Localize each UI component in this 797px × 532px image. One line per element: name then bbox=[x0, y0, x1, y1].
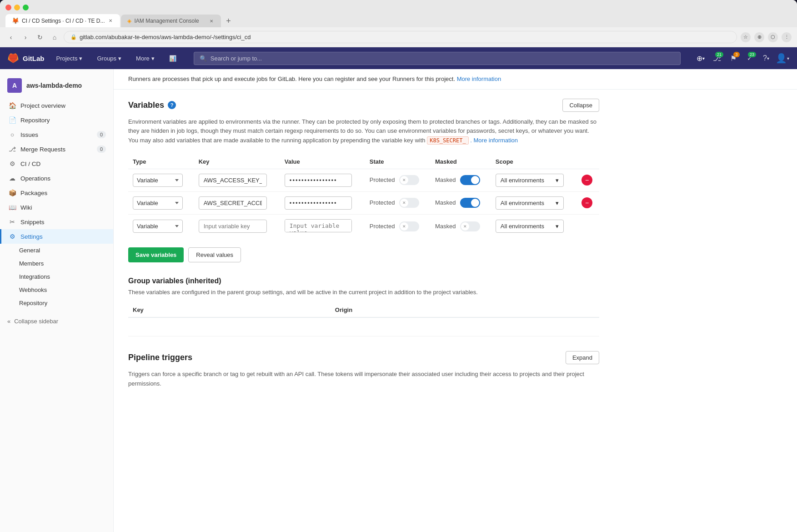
issues-btn[interactable]: ⚑ 3 bbox=[726, 51, 741, 65]
help-btn[interactable]: ? ▾ bbox=[759, 51, 773, 65]
snippets-icon: ✂ bbox=[9, 218, 16, 226]
browser-tabs: 🦊 CI / CD Settings · CI / CD · TE D... ✕… bbox=[5, 14, 792, 27]
sidebar-item-repository[interactable]: 📄 Repository bbox=[0, 113, 113, 127]
row1-delete-btn[interactable]: − bbox=[581, 175, 592, 186]
variables-description: Environment variables are applied to env… bbox=[128, 117, 599, 146]
group-vars-desc: These variables are configured in the pa… bbox=[128, 289, 599, 296]
extensions-icon[interactable]: ⬡ bbox=[768, 32, 778, 42]
refresh-btn[interactable]: ↻ bbox=[35, 32, 45, 43]
address-bar[interactable]: 🔒 gitlab.com/abubakar-te-demos/aws-lambd… bbox=[64, 31, 737, 43]
todos-btn[interactable]: ✓ 23 bbox=[742, 51, 757, 65]
row2-state-knob: ✕ ✓ bbox=[400, 199, 408, 207]
variables-desc-text: Environment variables are applied to env… bbox=[128, 118, 596, 144]
webhooks-label: Webhooks bbox=[19, 286, 47, 293]
browser-window: 🦊 CI / CD Settings · CI / CD · TE D... ✕… bbox=[0, 0, 797, 532]
sidebar-item-project-overview[interactable]: 🏠 Project overview bbox=[0, 98, 113, 113]
maximize-window-btn[interactable] bbox=[23, 5, 29, 10]
sidebar-sub-webhooks[interactable]: Webhooks bbox=[0, 283, 113, 296]
row2-type-select[interactable]: Variable bbox=[133, 196, 183, 210]
new-value-input[interactable] bbox=[285, 219, 352, 232]
sidebar-sub-members[interactable]: Members bbox=[0, 257, 113, 270]
sidebar-label-snippets: Snippets bbox=[20, 219, 45, 226]
row1-state-knob: ✕ ✓ bbox=[400, 176, 408, 184]
topnav-groups[interactable]: Groups ▾ bbox=[92, 53, 126, 64]
new-masked-toggle[interactable]: ✕ ✓ bbox=[460, 221, 480, 231]
topnav-more[interactable]: More ▾ bbox=[131, 53, 159, 64]
minimize-window-btn[interactable] bbox=[14, 5, 20, 10]
new-state-toggle[interactable]: ✕ ✓ bbox=[399, 221, 419, 231]
col-state: State bbox=[365, 155, 431, 169]
variables-more-info-link[interactable]: . More information bbox=[470, 137, 518, 144]
tab-iam-console[interactable]: ◈ IAM Management Console ✕ bbox=[121, 15, 221, 27]
sidebar-item-wiki[interactable]: 📖 Wiki bbox=[0, 200, 113, 215]
sidebar-sub-integrations[interactable]: Integrations bbox=[0, 270, 113, 283]
variables-help-icon[interactable]: ? bbox=[168, 101, 176, 109]
row2-masked-text: Masked bbox=[435, 199, 456, 206]
collapse-icon: « bbox=[7, 318, 10, 325]
topnav-activity-icon[interactable]: 📊 bbox=[165, 53, 181, 64]
tab-close-btn[interactable]: ✕ bbox=[107, 18, 114, 24]
row2-delete-cell: − bbox=[577, 191, 599, 214]
gitlab-logo[interactable]: GitLab bbox=[7, 52, 45, 64]
new-item-btn[interactable]: ⊕ ▾ bbox=[693, 51, 708, 65]
sidebar-item-packages[interactable]: 📦 Packages bbox=[0, 186, 113, 200]
tab-iam-close-btn[interactable]: ✕ bbox=[208, 18, 215, 24]
sidebar-sub-general[interactable]: General bbox=[0, 244, 113, 257]
variables-actions-row: Save variables Reveal values bbox=[128, 247, 599, 262]
sidebar-label-repository: Repository bbox=[20, 117, 50, 124]
row2-state-toggle[interactable]: ✕ ✓ bbox=[399, 198, 419, 208]
new-scope-dropdown[interactable]: All environments ▾ bbox=[496, 220, 564, 233]
bookmark-icon[interactable]: ☆ bbox=[741, 32, 751, 42]
row1-masked-toggle[interactable]: ✕ ✓ bbox=[460, 175, 480, 185]
sidebar-item-snippets[interactable]: ✂ Snippets bbox=[0, 215, 113, 229]
sidebar-label-wiki: Wiki bbox=[20, 204, 32, 211]
new-type-select[interactable]: Variable bbox=[133, 220, 183, 233]
row2-delete-btn[interactable]: − bbox=[581, 197, 592, 208]
back-btn[interactable]: ‹ bbox=[5, 32, 16, 43]
tab-favicon-aws: ◈ bbox=[127, 18, 131, 24]
col-actions bbox=[577, 155, 599, 169]
table-row: Variable Protected bbox=[128, 169, 599, 191]
home-btn[interactable]: ⌂ bbox=[49, 32, 60, 43]
row1-scope-dropdown[interactable]: All environments ▾ bbox=[496, 174, 564, 187]
close-window-btn[interactable] bbox=[5, 5, 11, 10]
new-key-input[interactable] bbox=[199, 220, 267, 233]
new-masked-x-icon: ✕ bbox=[463, 224, 467, 229]
more-actions-icon[interactable]: ⋮ bbox=[782, 32, 792, 42]
sidebar-item-issues[interactable]: ○ Issues 0 bbox=[0, 127, 113, 142]
row1-value-input[interactable] bbox=[285, 174, 352, 187]
row1-masked-cell: Masked ✕ ✓ bbox=[431, 169, 491, 191]
user-avatar-btn[interactable]: 👤 ▾ bbox=[775, 51, 790, 65]
repository-icon: 📄 bbox=[9, 116, 16, 124]
sidebar: A aws-lambda-demo 🏠 Project overview 📄 R… bbox=[0, 69, 114, 532]
save-variables-btn[interactable]: Save variables bbox=[128, 247, 184, 262]
topnav-search[interactable]: 🔍 Search or jump to... bbox=[194, 52, 681, 65]
sidebar-item-settings[interactable]: ⚙ Settings bbox=[0, 229, 113, 244]
sidebar-sub-repository[interactable]: Repository bbox=[0, 296, 113, 310]
sidebar-item-merge-requests[interactable]: ⎇ Merge Requests 0 bbox=[0, 142, 113, 156]
project-name: aws-lambda-demo bbox=[26, 82, 82, 89]
runners-more-info-link[interactable]: More information bbox=[457, 75, 501, 82]
sidebar-item-operations[interactable]: ☁ Operations bbox=[0, 171, 113, 186]
tab-ci-cd-settings[interactable]: 🦊 CI / CD Settings · CI / CD · TE D... ✕ bbox=[5, 14, 120, 27]
merge-requests-btn[interactable]: ⎇ 21 bbox=[710, 51, 724, 65]
reader-icon[interactable]: ⊕ bbox=[754, 32, 764, 42]
row2-masked-toggle[interactable]: ✕ ✓ bbox=[460, 198, 480, 208]
sidebar-item-ci-cd[interactable]: ⚙ CI / CD bbox=[0, 156, 113, 171]
row1-key-input[interactable] bbox=[199, 174, 267, 187]
row1-state-toggle[interactable]: ✕ ✓ bbox=[399, 175, 419, 185]
row2-scope-dropdown[interactable]: All environments ▾ bbox=[496, 196, 564, 210]
row2-value-input[interactable] bbox=[285, 196, 352, 210]
forward-btn[interactable]: › bbox=[20, 32, 31, 43]
pipeline-triggers-expand-btn[interactable]: Expand bbox=[566, 351, 599, 364]
group-variables-section: Group variables (inherited) These variab… bbox=[128, 277, 599, 336]
col-key: Key bbox=[194, 155, 280, 169]
new-tab-btn[interactable]: + bbox=[222, 15, 235, 27]
tab-label-iam: IAM Management Console bbox=[134, 18, 199, 24]
variables-collapse-btn[interactable]: Collapse bbox=[562, 99, 599, 112]
row2-key-input[interactable] bbox=[199, 196, 267, 210]
topnav-projects[interactable]: Projects ▾ bbox=[52, 53, 87, 64]
collapse-sidebar-btn[interactable]: « Collapse sidebar bbox=[0, 313, 113, 329]
reveal-values-btn[interactable]: Reveal values bbox=[188, 247, 241, 262]
row1-type-select[interactable]: Variable bbox=[133, 174, 183, 187]
